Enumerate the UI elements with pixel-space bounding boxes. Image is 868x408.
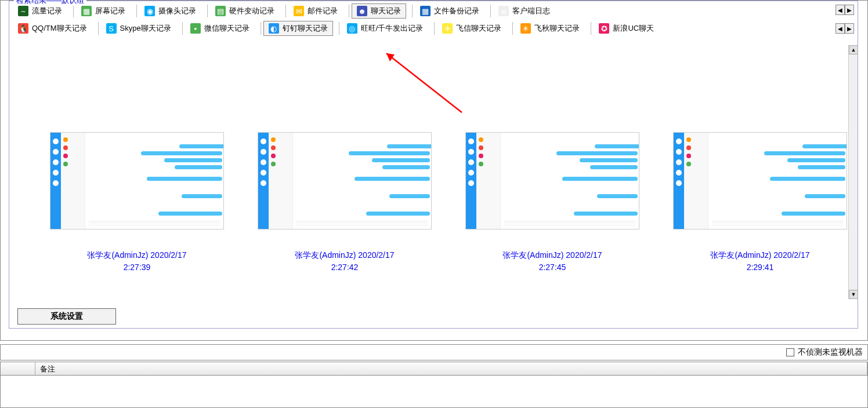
toolbar-button[interactable]: SSkype聊天记录 [101,21,176,36]
checkbox-icon[interactable] [786,348,794,356]
toolbar-icon: ▦ [81,6,92,16]
toolbar-button[interactable]: ☀飞秋聊天记录 [515,21,585,36]
toolbar-icon: ▤ [215,6,226,16]
toolbar2-scroll-left[interactable]: ◀ [836,23,845,34]
toolbar-separator [412,5,413,17]
toolbar-icon: 🐧 [18,23,28,34]
thumbnail-area: 张学友(AdminJz) 2020/2/172:27:39张学友(AdminJz… [9,45,858,299]
toolbar1-scroll-right[interactable]: ▶ [845,5,854,15]
toolbar-icon: ☀ [520,23,531,34]
toolbar-label: 文件备份记录 [434,6,479,16]
toolbar-label: QQ/TM聊天记录 [32,23,87,34]
toolbar-separator [136,5,137,17]
toolbar-icon: ✪ [599,23,609,34]
toolbar-icon: ☻ [357,6,367,16]
toolbar-separator [512,22,513,35]
main-frame: 检索结果——默认组 ~流量记录▦屏幕记录◉摄像头记录▤硬件变动记录✉邮件记录☻聊… [0,0,868,341]
toolbar-separator [490,5,491,17]
toolbar-separator [591,22,591,35]
thumbnail-item[interactable]: 张学友(AdminJz) 2020/2/172:27:39 [50,132,224,274]
thumbnail-item[interactable]: 张学友(AdminJz) 2020/2/172:27:42 [258,132,432,274]
toolbar-label: 硬件变动记录 [229,6,274,16]
toolbar1-nav-arrows: ◀ ▶ [836,5,854,15]
toolbar-icon: ▪ [190,23,201,34]
toolbar2-scroll-right[interactable]: ▶ [845,23,854,34]
toolbar-button[interactable]: ✈飞信聊天记录 [437,21,507,36]
thumbnail-preview [50,132,224,230]
toolbar-separator [73,5,74,17]
toolbar-icon: ✉ [294,6,304,16]
thumbnail-preview [258,132,432,230]
toolbar-button[interactable]: ▦文件备份记录 [415,3,484,19]
toolbar-label: Skype聊天记录 [120,23,171,34]
toolbar-label: 聊天记录 [371,6,401,16]
toolbar-button[interactable]: ☻聊天记录 [352,3,406,19]
table-body [0,376,868,408]
vertical-scrollbar[interactable]: ▲ ▼ [848,45,858,299]
toolbar-button[interactable]: ✉邮件记录 [288,3,343,19]
toolbar-label: 邮件记录 [308,6,338,16]
toolbar-separator [98,22,99,35]
toolbar-label: 微信聊天记录 [204,23,249,34]
toolbar-separator [349,5,349,17]
toolbar-button[interactable]: ✪新浪UC聊天 [594,21,659,36]
toolbar-label: 屏幕记录 [95,6,125,16]
thumbnail-preview [673,132,847,230]
thumbnail-item[interactable]: 张学友(AdminJz) 2020/2/172:29:41 [673,132,847,274]
toolbar-separator [339,22,339,35]
toolbar-button[interactable]: ◎旺旺/千牛发出记录 [342,21,429,36]
toolbar-row-2: 🐧QQ/TM聊天记录SSkype聊天记录▪微信聊天记录◐钉钉聊天记录◎旺旺/千牛… [9,20,858,38]
toolbar-label: 摄像头记录 [158,6,196,16]
toolbar-label: 旺旺/千牛发出记录 [361,23,424,34]
thumbnail-preview [465,132,639,230]
results-groupbox: 检索结果——默认组 ~流量记录▦屏幕记录◉摄像头记录▤硬件变动记录✉邮件记录☻聊… [9,1,858,329]
toolbar-separator [434,22,435,35]
toolbar-label: 钉钉聊天记录 [283,23,328,34]
scroll-down-button[interactable]: ▼ [849,290,858,299]
thumbnail-item[interactable]: 张学友(AdminJz) 2020/2/172:27:45 [465,132,639,274]
toolbar-icon: S [106,23,117,34]
toolbar-button[interactable]: ▪微信聊天记录 [185,21,255,36]
thumbnail-caption: 张学友(AdminJz) 2020/2/172:27:39 [87,249,186,274]
table-header: 备注 [0,362,868,376]
group-title: 检索结果——默认组 [14,0,86,6]
toolbar-icon: ✈ [442,23,453,34]
toolbar-icon: ▦ [420,6,431,16]
toolbar-label: 新浪UC聊天 [613,23,654,34]
checkbox-label: 不侦测未监视机器 [798,347,863,358]
toolbar-separator [207,5,208,17]
toolbar-button[interactable]: 🐧QQ/TM聊天记录 [13,21,92,36]
toolbar-button[interactable]: ◐钉钉聊天记录 [263,21,333,36]
toolbar-label: 流量记录 [32,6,62,16]
thumbnail-caption: 张学友(AdminJz) 2020/2/172:27:42 [295,249,394,274]
thumbnail-caption: 张学友(AdminJz) 2020/2/172:27:45 [502,249,602,274]
toolbar-label: 客户端日志 [512,6,550,16]
toolbar-icon: ~ [18,6,28,16]
toolbar-separator [182,22,183,35]
detect-checkbox-row[interactable]: 不侦测未监视机器 [786,347,863,358]
toolbar-label: 飞信聊天记录 [456,23,501,34]
toolbar-button[interactable]: ≣客户端日志 [493,3,555,19]
toolbar-icon: ◎ [347,23,357,34]
toolbar-icon: ◐ [269,23,279,34]
toolbar-label: 飞秋聊天记录 [534,23,580,34]
toolbar-icon: ◉ [144,6,155,16]
toolbar-row-1: ~流量记录▦屏幕记录◉摄像头记录▤硬件变动记录✉邮件记录☻聊天记录▦文件备份记录… [9,1,858,20]
system-settings-button[interactable]: 系统设置 [17,308,116,325]
toolbar-button[interactable]: ◉摄像头记录 [139,3,201,19]
scroll-up-button[interactable]: ▲ [849,45,858,54]
toolbar-icon: ≣ [498,6,509,16]
lower-options-bar: 不侦测未监视机器 [0,344,868,360]
toolbar-separator [285,5,286,17]
toolbar2-nav-arrows: ◀ ▶ [836,23,854,34]
toolbar1-scroll-left[interactable]: ◀ [836,5,845,15]
table-header-col2[interactable]: 备注 [35,362,867,375]
thumbnail-caption: 张学友(AdminJz) 2020/2/172:29:41 [710,249,809,274]
toolbar-button[interactable]: ▤硬件变动记录 [210,3,280,19]
toolbar-separator [261,22,261,35]
table-header-col1[interactable] [1,362,35,375]
